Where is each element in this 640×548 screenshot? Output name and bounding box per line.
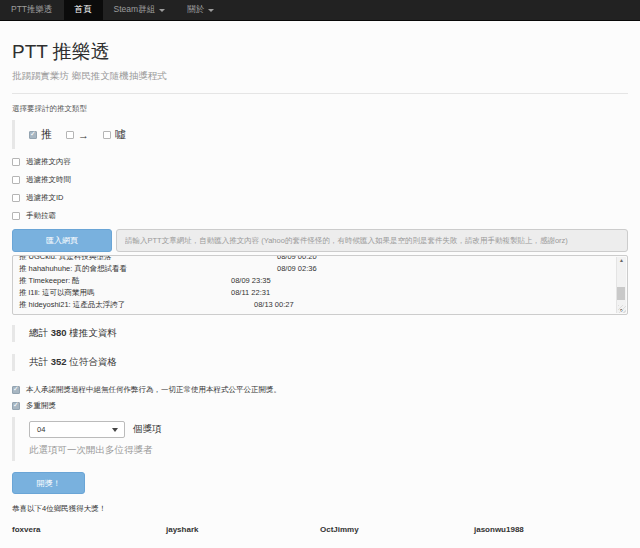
- checkbox-checked-icon[interactable]: [12, 386, 20, 394]
- prize-count-select[interactable]: 04: [29, 421, 125, 438]
- checkbox-icon[interactable]: [12, 212, 20, 220]
- push-type-option-push-label: 推: [41, 127, 52, 142]
- checkbox-icon[interactable]: [66, 131, 74, 139]
- filter-content[interactable]: 過濾推文內容: [12, 157, 628, 167]
- push-type-option-arrow[interactable]: →: [66, 129, 89, 141]
- prize-count-value: 04: [37, 425, 45, 434]
- push-line: 推 hahahuhuhe: 真的會想試看看08/09 02:36: [19, 263, 621, 275]
- nav-item-home-label: 首頁: [75, 4, 92, 16]
- qualified-count: 352: [51, 356, 67, 367]
- navbar-brand[interactable]: PTT推樂透: [0, 0, 64, 20]
- checkbox-icon[interactable]: [12, 176, 20, 184]
- nav-item-home[interactable]: 首頁: [64, 0, 103, 20]
- push-line: 推 Timekeeper: 酷08/09 23:35: [19, 275, 621, 287]
- push-line: 推 UGCkid: 真是科技與墮落08/09 00:20: [19, 255, 621, 263]
- push-type-option-boo-label: 噓: [115, 127, 126, 142]
- filter-content-label: 過濾推文內容: [26, 157, 71, 167]
- navbar: PTT推樂透 首頁 Steam群組 關於: [0, 0, 640, 21]
- nav-item-steam-group[interactable]: Steam群組: [103, 0, 177, 20]
- resize-grip-icon[interactable]: [618, 305, 626, 313]
- push-content-lines: 推 UGCkid: 真是科技與墮落08/09 00:20 推 hahahuhuh…: [13, 255, 627, 311]
- agreement-list: 本人承諾開獎過程中絕無任何作弊行為，一切正常使用本程式公平公正開獎。 多重開獎: [12, 385, 628, 411]
- filter-id-label: 過濾推文ID: [26, 193, 64, 203]
- nav-item-about-label: 關於: [187, 4, 204, 16]
- winner-name: jasonwu1988: [474, 525, 628, 534]
- scrollbar-thumb[interactable]: [617, 287, 625, 300]
- checkbox-icon[interactable]: [12, 194, 20, 202]
- push-type-option-boo[interactable]: 噓: [103, 127, 126, 142]
- import-group: 匯入網頁: [12, 229, 628, 252]
- import-url-button[interactable]: 匯入網頁: [12, 229, 112, 252]
- nav-item-steam-group-label: Steam群組: [114, 4, 156, 16]
- push-content-textarea[interactable]: 推 UGCkid: 真是科技與墮落08/09 00:20 推 hahahuhuh…: [12, 255, 628, 315]
- page-subtitle: 批踢踢實業坊 鄉民推文隨機抽獎程式: [12, 70, 628, 83]
- scroll-up-icon[interactable]: ▲: [619, 257, 624, 263]
- divider: [12, 93, 628, 94]
- push-type-option-arrow-label: →: [78, 129, 89, 141]
- push-line: 推 l1ll: 這可以商業用嗎08/11 22:31: [19, 287, 621, 299]
- filter-manual-slot-label: 手動拉霸: [26, 211, 56, 221]
- checkbox-checked-icon[interactable]: [12, 402, 20, 410]
- nav-item-about[interactable]: 關於: [176, 0, 225, 20]
- filter-id[interactable]: 過濾推文ID: [12, 193, 628, 203]
- total-pushes-stat: 總計 380 樓推文資料: [12, 325, 628, 342]
- caret-down-icon: [208, 9, 214, 12]
- winner-name: foxvera: [12, 525, 166, 534]
- filter-manual-slot[interactable]: 手動拉霸: [12, 211, 628, 221]
- total-pushes-count: 380: [51, 327, 67, 338]
- checkbox-icon[interactable]: [12, 158, 20, 166]
- chevron-down-icon: [112, 428, 118, 432]
- winner-name: OctJimmy: [320, 525, 474, 534]
- congrats-message: 恭喜以下4位鄉民獲得大獎！: [12, 504, 628, 514]
- checkbox-icon[interactable]: [103, 131, 111, 139]
- push-type-blockquote: 推 → 噓: [12, 120, 628, 149]
- filter-list: 過濾推文內容 過濾推文時間 過濾推文ID 手動拉霸: [12, 157, 628, 221]
- article-url-input[interactable]: [116, 229, 628, 252]
- fairness-agreement-label: 本人承諾開獎過程中絕無任何作弊行為，一切正常使用本程式公平公正開獎。: [26, 385, 281, 395]
- page-title: PTT 推樂透: [12, 39, 628, 65]
- filter-time-label: 過濾推文時間: [26, 175, 71, 185]
- checkbox-checked-icon[interactable]: [29, 131, 37, 139]
- caret-down-icon: [159, 9, 165, 12]
- winner-name: jayshark: [166, 525, 320, 534]
- qualified-stat: 共計 352 位符合資格: [12, 354, 628, 371]
- multi-draw-label: 多重開獎: [26, 401, 56, 411]
- filter-time[interactable]: 過濾推文時間: [12, 175, 628, 185]
- multi-draw-blockquote: 04 個獎項 此選項可一次開出多位得獎者: [12, 417, 628, 461]
- navbar-brand-label: PTT推樂透: [11, 4, 53, 16]
- draw-button[interactable]: 開獎！: [12, 472, 85, 494]
- winner-list: foxvera jayshark OctJimmy jasonwu1988: [12, 525, 628, 534]
- multi-draw-hint: 此選項可一次開出多位得獎者: [29, 444, 628, 457]
- fairness-agreement-checkbox[interactable]: 本人承諾開獎過程中絕無任何作弊行為，一切正常使用本程式公平公正開獎。: [12, 385, 628, 395]
- push-line: 推 hideyoshi21: 這產品太浮誇了08/13 00:27: [19, 299, 621, 311]
- push-type-label: 選擇要採計的推文類型: [12, 104, 628, 114]
- push-type-option-push[interactable]: 推: [29, 127, 52, 142]
- multi-draw-checkbox[interactable]: 多重開獎: [12, 401, 628, 411]
- prize-unit-label: 個獎項: [133, 423, 162, 436]
